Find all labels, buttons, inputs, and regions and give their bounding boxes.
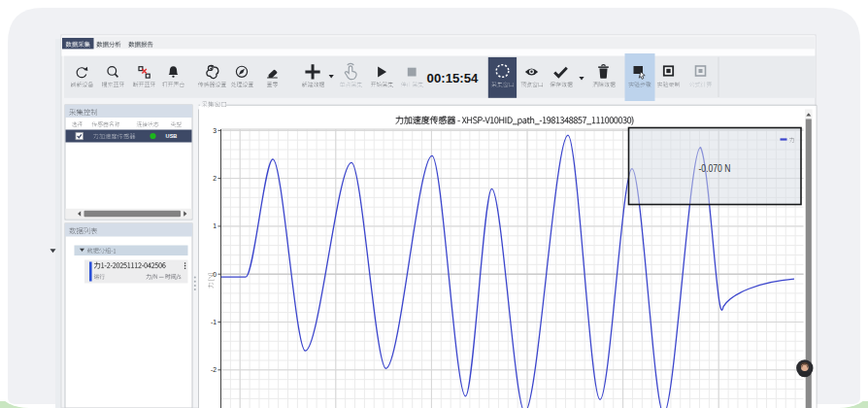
svg-text:-2: -2	[211, 366, 217, 373]
svg-text:00:15:54: 00:15:54	[427, 71, 479, 85]
svg-text:0: 0	[213, 271, 217, 278]
svg-text:-1: -1	[211, 319, 217, 325]
svg-text:2: 2	[213, 175, 217, 182]
svg-text:3: 3	[213, 127, 217, 134]
svg-text:-0.070 N: -0.070 N	[699, 162, 731, 174]
svg-text:1: 1	[213, 222, 217, 229]
svg-text:USB: USB	[166, 133, 178, 139]
